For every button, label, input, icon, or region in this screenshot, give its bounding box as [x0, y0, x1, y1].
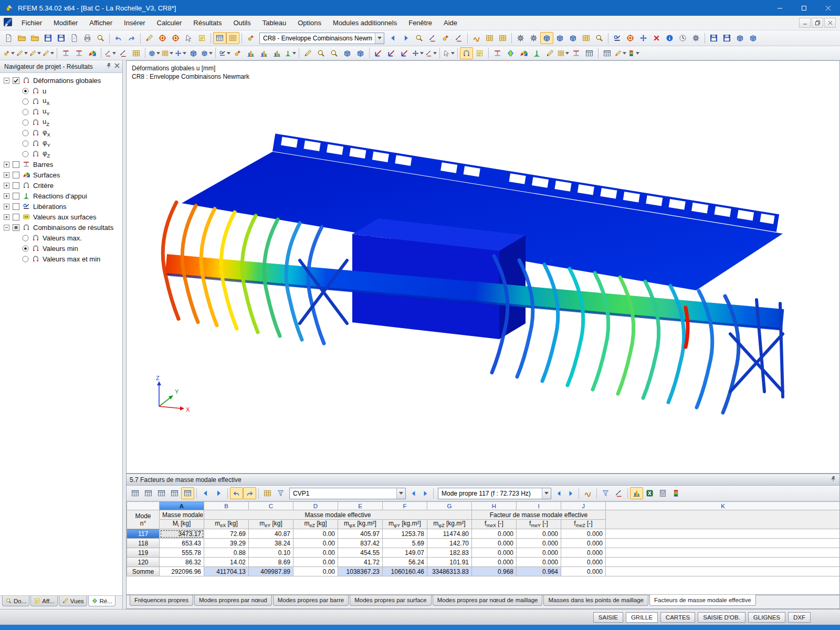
- table-cell[interactable]: 14.02: [204, 558, 249, 567]
- mirror-model-icon[interactable]: [637, 32, 650, 44]
- mesh-table-icon[interactable]: [580, 32, 593, 44]
- generate-mesh-icon[interactable]: [514, 32, 527, 44]
- next-mode-button[interactable]: [565, 488, 576, 499]
- column-letter-C[interactable]: C: [249, 502, 293, 510]
- selection-brush-icon[interactable]: [301, 47, 314, 59]
- maximize-icon[interactable]: [792, 0, 816, 16]
- menu-aide[interactable]: Aide: [438, 16, 463, 29]
- table-cell[interactable]: 0.000: [472, 529, 517, 539]
- table-cell[interactable]: 0.000: [561, 539, 606, 548]
- status-glignes[interactable]: GLIGNES: [748, 612, 785, 623]
- connect-members-icon[interactable]: [218, 47, 231, 59]
- new-surface-load-icon[interactable]: [270, 47, 284, 59]
- radio-icon[interactable]: [21, 245, 29, 252]
- tree-valeurs-surfaces[interactable]: XXValeurs aux surfaces: [0, 212, 122, 222]
- rotate-view-icon[interactable]: [624, 32, 637, 44]
- table-cell[interactable]: 56.24: [383, 558, 427, 567]
- table-cell[interactable]: 5.69: [383, 539, 427, 548]
- table-cell[interactable]: 0.000: [472, 539, 517, 548]
- table-filter-icon[interactable]: [274, 487, 287, 499]
- menu-outils[interactable]: Outils: [227, 16, 256, 29]
- radio-icon[interactable]: [21, 235, 29, 242]
- checkbox-icon[interactable]: [12, 172, 20, 178]
- menu-r-sultats[interactable]: Résultats: [187, 16, 227, 29]
- column-letter-F[interactable]: F: [383, 502, 427, 510]
- custom-view-angle-icon[interactable]: [424, 47, 437, 59]
- menu-fen-tre[interactable]: Fenêtre: [403, 16, 438, 29]
- result-diagrams-icon[interactable]: [470, 32, 483, 44]
- table-cell[interactable]: 405.97: [338, 529, 383, 539]
- status-cartes[interactable]: CARTES: [660, 612, 695, 623]
- new-member-icon[interactable]: [59, 47, 72, 59]
- decimal-places-icon[interactable]: [452, 32, 465, 44]
- calculation-parameters-icon[interactable]: [689, 32, 702, 44]
- previous-view-icon[interactable]: [230, 487, 243, 499]
- status-grille[interactable]: GRILLE: [626, 612, 658, 623]
- radio-icon[interactable]: [21, 109, 29, 116]
- view-along-y-icon[interactable]: [385, 47, 398, 59]
- status-saisie-d-ob-[interactable]: SAISIE D'OB.: [698, 612, 746, 623]
- minus-expander-icon[interactable]: [3, 225, 9, 230]
- table-cell[interactable]: 40.87: [249, 529, 293, 539]
- tree-barres[interactable]: Barres: [0, 159, 122, 170]
- show-supports-icon[interactable]: [530, 47, 543, 59]
- table-cell[interactable]: 0.000: [561, 558, 606, 567]
- grab-pan-icon[interactable]: [442, 47, 455, 59]
- radio-icon[interactable]: [21, 88, 29, 94]
- open-model-icon[interactable]: [28, 32, 41, 44]
- table-cell[interactable]: 0.000: [517, 558, 561, 567]
- menu-options[interactable]: Options: [292, 16, 327, 29]
- view-along-x-icon[interactable]: [372, 47, 385, 59]
- menu-afficher[interactable]: Afficher: [83, 16, 118, 29]
- mode-row-header[interactable]: 117: [127, 529, 160, 539]
- plus-expander-icon[interactable]: [3, 172, 9, 178]
- checkbox-icon[interactable]: [12, 214, 20, 220]
- table-rows-icon[interactable]: [261, 487, 274, 499]
- result-values-beside-icon[interactable]: [473, 47, 486, 59]
- mesh-refinement-icon[interactable]: [566, 32, 580, 44]
- previous-load-case-icon[interactable]: [386, 32, 400, 44]
- tree-liberations[interactable]: Libérations: [0, 201, 122, 212]
- show-results-icon[interactable]: [460, 47, 473, 59]
- column-letter-J[interactable]: J: [561, 502, 606, 510]
- checkbox-icon[interactable]: [12, 77, 20, 84]
- close-icon[interactable]: [816, 0, 840, 16]
- new-comment-icon[interactable]: [195, 32, 208, 44]
- edit-in-table-icon[interactable]: [142, 487, 155, 499]
- mode-row-header[interactable]: 119: [127, 548, 160, 558]
- tree-ux[interactable]: uX: [0, 96, 122, 107]
- delete-results-icon[interactable]: [650, 32, 663, 44]
- new-solid-icon[interactable]: [187, 47, 200, 59]
- next-case-button[interactable]: [419, 488, 431, 499]
- histogram-icon[interactable]: [630, 487, 643, 499]
- new-support-icon[interactable]: [103, 47, 117, 59]
- table-cell[interactable]: 653.43: [160, 539, 204, 548]
- checkbox-icon[interactable]: [12, 224, 20, 231]
- tree-surfaces[interactable]: Surfaces: [0, 170, 122, 180]
- column-letter-B[interactable]: B: [204, 502, 249, 510]
- tree-combinaisons[interactable]: Combinaisons de résultats: [0, 222, 122, 233]
- save-icon[interactable]: [55, 32, 68, 44]
- show-tables-icon[interactable]: [213, 32, 226, 44]
- result-case-combo[interactable]: CVP1: [289, 488, 406, 499]
- new-polyline-icon[interactable]: [41, 47, 55, 59]
- extreme-values-icon[interactable]: [426, 32, 439, 44]
- extreme-value-icon[interactable]: [169, 32, 182, 44]
- print-icon[interactable]: [81, 32, 94, 44]
- decimal-format-icon[interactable]: [669, 487, 682, 499]
- new-node-icon[interactable]: [2, 47, 15, 59]
- navigator-tab-vues[interactable]: Vues: [59, 596, 87, 606]
- color-scale-icon[interactable]: [627, 47, 640, 59]
- partial-views-icon[interactable]: [556, 47, 570, 59]
- tree-valeurs-min[interactable]: Valeurs min: [0, 243, 122, 254]
- new-line-icon[interactable]: [15, 47, 28, 59]
- corner-cell[interactable]: [127, 502, 160, 510]
- menu-modifier[interactable]: Modifier: [48, 16, 83, 29]
- snap-point-icon[interactable]: [439, 32, 452, 44]
- new-nodal-load-icon[interactable]: [244, 47, 257, 59]
- table-cell[interactable]: 0.000: [517, 539, 561, 548]
- table-tab-modes-propres-par-nœud[interactable]: Modes propres par nœud: [194, 595, 272, 606]
- mode-combo[interactable]: Mode propre 117 (f : 72.723 Hz): [438, 488, 551, 499]
- checkbox-icon[interactable]: [12, 193, 20, 200]
- new-dimension-icon[interactable]: [117, 47, 130, 59]
